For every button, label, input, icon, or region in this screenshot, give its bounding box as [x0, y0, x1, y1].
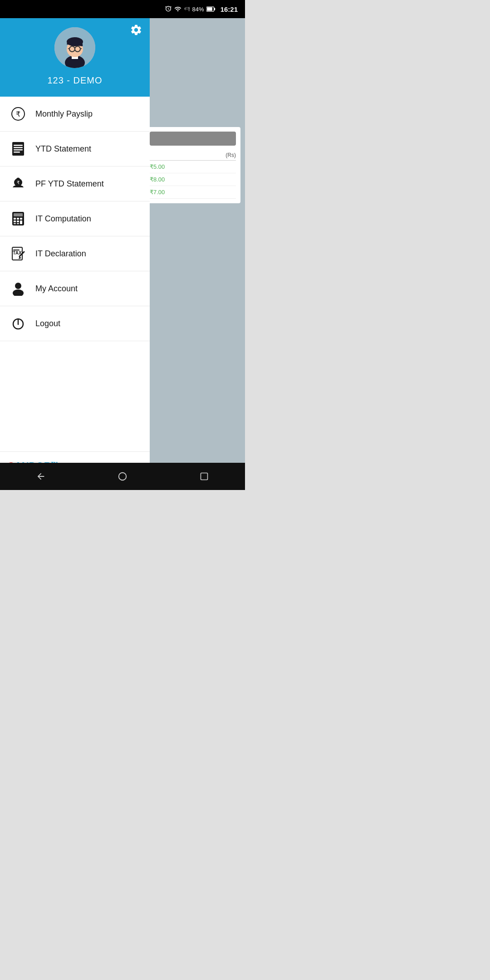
svg-text:₹: ₹	[16, 110, 20, 118]
svg-rect-25	[14, 218, 16, 220]
menu-item-my-account[interactable]: My Account	[0, 271, 150, 306]
navigation-bar	[0, 463, 245, 490]
document-icon	[9, 140, 27, 158]
svg-rect-43	[201, 473, 208, 480]
settings-icon[interactable]	[130, 24, 142, 39]
bg-button	[150, 132, 236, 146]
svg-rect-18	[14, 147, 23, 148]
svg-point-38	[15, 283, 21, 289]
menu-label-my-account: My Account	[35, 284, 78, 294]
svg-rect-19	[14, 149, 23, 151]
svg-rect-30	[20, 220, 22, 224]
menu-item-ytd-statement[interactable]: YTD Statement	[0, 132, 150, 167]
svg-text:₹: ₹	[17, 180, 20, 185]
menu-label-pf-ytd-statement: PF YTD Statement	[35, 179, 104, 189]
background-card: (Rs) ₹5.00 ₹8.00 ₹7.00	[145, 127, 240, 203]
wifi-icon	[174, 5, 181, 13]
home-button[interactable]	[109, 467, 136, 485]
svg-rect-0	[188, 7, 189, 11]
svg-rect-26	[17, 218, 19, 220]
recents-button[interactable]	[191, 467, 218, 485]
power-icon	[9, 314, 27, 333]
svg-rect-29	[17, 220, 19, 222]
calculator-icon	[9, 210, 27, 228]
svg-rect-20	[14, 152, 20, 153]
svg-point-42	[119, 473, 127, 480]
rupee-icon: ₹	[9, 105, 27, 123]
menu-item-logout[interactable]: Logout	[0, 306, 150, 341]
svg-rect-32	[17, 223, 19, 224]
bg-row-3: ₹7.00	[150, 186, 236, 199]
status-icons: 84% 16:21	[165, 5, 238, 13]
svg-rect-2	[207, 7, 212, 11]
battery-percent: 84%	[192, 6, 204, 13]
svg-rect-35	[13, 250, 20, 250]
battery-icon	[206, 6, 216, 12]
signal-icon	[184, 5, 190, 13]
svg-rect-17	[14, 145, 23, 146]
alarm-icon	[165, 5, 172, 13]
svg-rect-3	[214, 8, 215, 10]
navigation-drawer: 123 - DEMO ₹ Monthly Payslip	[0, 18, 150, 490]
svg-rect-16	[12, 142, 24, 156]
moneybag-icon: ₹	[9, 175, 27, 193]
svg-rect-27	[20, 218, 22, 220]
menu-label-monthly-payslip: Monthly Payslip	[35, 109, 93, 119]
menu-item-it-declaration[interactable]: TAX IT Declaration	[0, 236, 150, 271]
bg-row-2: ₹8.00	[150, 173, 236, 186]
bg-header: (Rs)	[150, 150, 236, 161]
tax-icon: TAX	[9, 245, 27, 263]
menu-label-ytd-statement: YTD Statement	[35, 144, 91, 154]
menu-label-it-computation: IT Computation	[35, 214, 91, 224]
menu-item-pf-ytd-statement[interactable]: ₹ PF YTD Statement	[0, 167, 150, 201]
avatar	[54, 27, 95, 68]
menu-label-it-declaration: IT Declaration	[35, 249, 86, 259]
menu-item-monthly-payslip[interactable]: ₹ Monthly Payslip	[0, 97, 150, 132]
status-time: 16:21	[220, 5, 238, 13]
status-bar: 84% 16:21	[0, 0, 245, 18]
svg-rect-24	[14, 213, 23, 216]
person-icon	[9, 279, 27, 298]
svg-rect-28	[14, 220, 16, 222]
menu-label-logout: Logout	[35, 319, 60, 328]
back-button[interactable]	[27, 467, 54, 485]
menu-list: ₹ Monthly Payslip YTD Statement	[0, 97, 150, 451]
svg-rect-31	[14, 223, 16, 224]
bg-row-1: ₹5.00	[150, 161, 236, 173]
menu-item-it-computation[interactable]: IT Computation	[0, 201, 150, 236]
svg-point-39	[13, 289, 24, 296]
user-display: 123 - DEMO	[47, 75, 102, 86]
drawer-header: 123 - DEMO	[0, 18, 150, 97]
